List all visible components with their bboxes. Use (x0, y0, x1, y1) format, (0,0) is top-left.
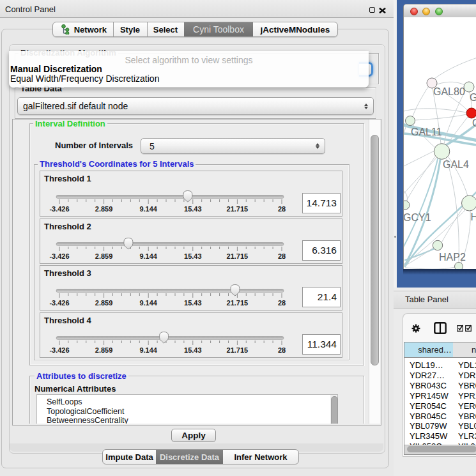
svg-text:-3.426: -3.426 (49, 299, 69, 307)
svg-text:21.715: 21.715 (227, 205, 249, 213)
svg-text:-3.426: -3.426 (49, 252, 69, 260)
svg-text:2.859: 2.859 (95, 205, 113, 213)
svg-text:2.859: 2.859 (95, 299, 113, 307)
svg-text:15.43: 15.43 (184, 252, 202, 260)
svg-text:GCY1: GCY1 (404, 212, 431, 223)
svg-text:28: 28 (278, 252, 286, 260)
svg-text:28: 28 (278, 205, 286, 213)
svg-text:28: 28 (278, 346, 286, 354)
svg-text:GA: GA (470, 92, 476, 103)
svg-text:28: 28 (278, 299, 286, 307)
svg-text:CY: CY (472, 118, 476, 128)
svg-text:15.43: 15.43 (184, 346, 202, 354)
svg-text:21.715: 21.715 (227, 299, 249, 307)
svg-text:9.144: 9.144 (139, 346, 157, 354)
svg-text:-3.426: -3.426 (49, 205, 69, 213)
svg-text:15.43: 15.43 (184, 299, 202, 307)
svg-text:9.144: 9.144 (139, 205, 157, 213)
svg-text:9.144: 9.144 (139, 252, 157, 260)
svg-text:21.715: 21.715 (227, 346, 249, 354)
svg-text:9.144: 9.144 (139, 299, 157, 307)
svg-text:HAP2: HAP2 (439, 252, 466, 263)
svg-text:GAL4: GAL4 (443, 159, 469, 170)
svg-text:-3.426: -3.426 (49, 346, 69, 354)
svg-text:H: H (471, 211, 476, 222)
svg-text:GAL80: GAL80 (433, 86, 465, 97)
svg-text:15.43: 15.43 (184, 205, 202, 213)
svg-text:2.859: 2.859 (95, 346, 113, 354)
svg-text:GAL11: GAL11 (411, 127, 442, 137)
svg-text:21.715: 21.715 (227, 252, 249, 260)
svg-text:2.859: 2.859 (95, 252, 113, 260)
